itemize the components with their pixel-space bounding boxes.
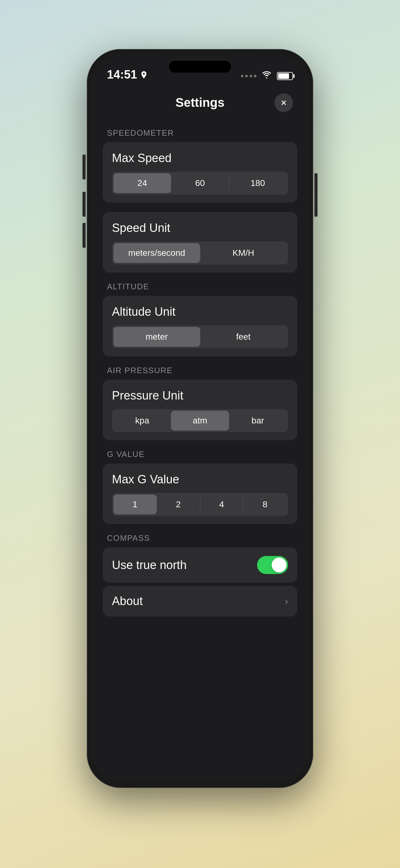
dot3 (249, 75, 252, 77)
status-bar: 14:51 (92, 55, 308, 86)
dot2 (245, 75, 248, 77)
altitude-unit-card: Altitude Unit meter feet (103, 296, 297, 356)
speed-unit-segmented-control: meters/second KM/H (112, 242, 288, 265)
dot1 (241, 75, 243, 77)
altitude-unit-segmented-control: meter feet (112, 326, 288, 348)
max-speed-title: Max Speed (112, 152, 288, 165)
compass-section-label: COMPASS (92, 533, 308, 543)
close-button[interactable] (274, 93, 293, 112)
about-row[interactable]: About › (103, 586, 297, 617)
pressure-unit-option-bar[interactable]: bar (229, 411, 287, 431)
pressure-unit-option-atm[interactable]: atm (171, 411, 229, 431)
max-speed-option-24[interactable]: 24 (113, 173, 171, 193)
speed-unit-card: Speed Unit meters/second KM/H (103, 212, 297, 273)
page-title: Settings (175, 96, 225, 110)
altitude-unit-option-meter[interactable]: meter (113, 327, 200, 347)
altitude-unit-option-feet[interactable]: feet (200, 327, 287, 347)
status-time: 14:51 (107, 68, 148, 81)
phone-frame: 14:51 (87, 49, 313, 788)
phone-screen: 14:51 (92, 55, 308, 782)
altitude-section-label: ALTITUDE (92, 282, 308, 291)
dynamic-island (169, 61, 231, 73)
battery-fill (278, 73, 289, 79)
max-speed-option-180[interactable]: 180 (229, 173, 287, 193)
g-value-option-2[interactable]: 2 (157, 495, 200, 515)
g-value-option-1[interactable]: 1 (113, 495, 157, 515)
dot4 (254, 75, 257, 77)
use-true-north-label: Use true north (112, 558, 187, 572)
battery-icon (277, 72, 293, 80)
pressure-unit-option-kpa[interactable]: kpa (113, 411, 171, 431)
pressure-unit-segmented-control: kpa atm bar (112, 409, 288, 432)
chevron-right-icon: › (285, 596, 288, 607)
speed-unit-option-kmh[interactable]: KM/H (200, 243, 287, 263)
g-value-option-4[interactable]: 4 (200, 495, 243, 515)
speedometer-card: Max Speed 24 60 180 (103, 142, 297, 203)
about-label: About (112, 594, 143, 608)
max-g-value-title: Max G Value (112, 473, 288, 486)
time-display: 14:51 (107, 68, 137, 81)
pressure-unit-card: Pressure Unit kpa atm bar (103, 380, 297, 440)
settings-header: Settings (92, 89, 308, 119)
use-true-north-row: Use true north (103, 547, 297, 583)
close-icon (280, 99, 288, 107)
speed-unit-option-ms[interactable]: meters/second (113, 243, 200, 263)
air-pressure-section-label: AIR PRESSURE (92, 366, 308, 375)
max-speed-option-60[interactable]: 60 (171, 173, 229, 193)
speed-unit-title: Speed Unit (112, 221, 288, 235)
signal-dots (241, 75, 257, 77)
toggle-knob (272, 558, 287, 572)
app-content: Settings SPEEDOMETER Max Speed 24 60 (92, 86, 308, 782)
max-speed-segmented-control: 24 60 180 (112, 172, 288, 195)
g-value-section-label: G VALUE (92, 450, 308, 459)
altitude-unit-title: Altitude Unit (112, 305, 288, 318)
g-value-option-8[interactable]: 8 (243, 495, 287, 515)
pressure-unit-title: Pressure Unit (112, 389, 288, 402)
speedometer-section-label: SPEEDOMETER (92, 128, 308, 138)
use-true-north-toggle[interactable] (257, 556, 288, 574)
status-icons (241, 70, 293, 81)
g-value-segmented-control: 1 2 4 8 (112, 493, 288, 516)
location-icon (139, 70, 148, 79)
g-value-card: Max G Value 1 2 4 8 (103, 464, 297, 524)
wifi-icon (261, 70, 272, 81)
